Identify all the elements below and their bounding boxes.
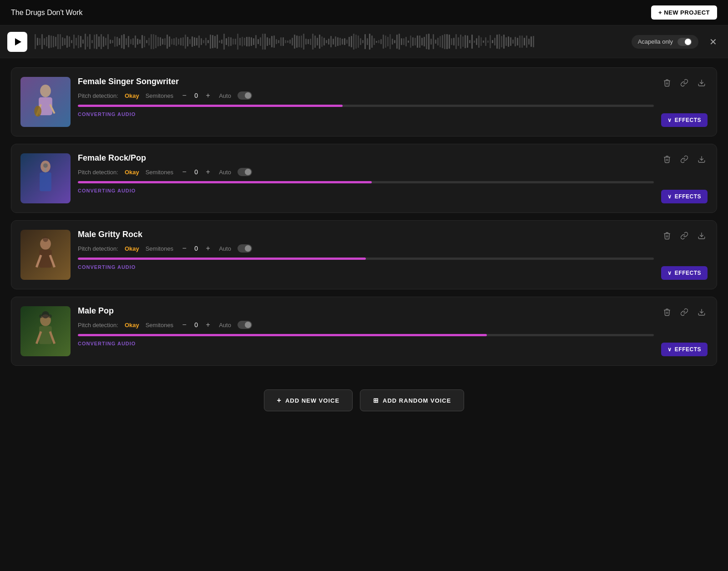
progress-row-male-gritty-rock bbox=[78, 258, 654, 260]
semitone-minus-male-gritty-rock[interactable]: − bbox=[180, 244, 189, 253]
waveform-bar-item bbox=[321, 36, 323, 46]
converting-label-female-singer-songwriter: CONVERTING AUDIO bbox=[78, 111, 654, 117]
voice-thumbnail-image-male-pop bbox=[28, 311, 63, 356]
waveform-bar-item bbox=[107, 34, 109, 49]
link-icon bbox=[680, 232, 688, 240]
waveform-bar-item bbox=[167, 35, 168, 48]
add-random-voice-button[interactable]: ⊞ ADD RANDOM VOICE bbox=[360, 389, 464, 411]
waveform-bar-item bbox=[294, 35, 295, 49]
close-button[interactable]: ✕ bbox=[706, 35, 721, 49]
link-button-male-pop[interactable] bbox=[678, 306, 690, 318]
delete-button-female-rock-pop[interactable] bbox=[661, 153, 673, 165]
waveform-bar-item bbox=[510, 37, 511, 46]
waveform-bar-item bbox=[62, 37, 63, 46]
auto-toggle-male-pop[interactable] bbox=[238, 321, 252, 329]
waveform-bar-item bbox=[380, 39, 382, 44]
waveform-bar-item bbox=[98, 36, 100, 47]
download-button-female-singer-songwriter[interactable] bbox=[696, 77, 708, 89]
download-button-male-gritty-rock[interactable] bbox=[696, 230, 708, 242]
card-actions-female-singer-songwriter: ∨ EFFECTS bbox=[661, 77, 708, 127]
effects-chevron-icon: ∨ bbox=[667, 117, 672, 123]
delete-button-female-singer-songwriter[interactable] bbox=[661, 77, 673, 89]
waveform-bar-item bbox=[312, 34, 313, 50]
auto-toggle-male-gritty-rock[interactable] bbox=[238, 244, 252, 253]
link-icon bbox=[680, 308, 688, 316]
link-button-male-gritty-rock[interactable] bbox=[678, 230, 690, 242]
bottom-actions: + ADD NEW VOICE ⊞ ADD RANDOM VOICE bbox=[0, 375, 728, 426]
new-project-button[interactable]: + NEW PROJECT bbox=[651, 5, 717, 20]
waveform-bar-item bbox=[219, 40, 220, 42]
download-button-female-rock-pop[interactable] bbox=[696, 153, 708, 165]
link-button-female-singer-songwriter[interactable] bbox=[678, 77, 690, 89]
pitch-detection-label-male-pop: Pitch detection: bbox=[78, 322, 118, 328]
waveform-bar-item bbox=[69, 36, 70, 47]
waveform-bar-item bbox=[112, 40, 113, 43]
play-button[interactable] bbox=[7, 32, 27, 52]
svg-point-15 bbox=[43, 237, 48, 242]
effects-button-female-singer-songwriter[interactable]: ∨ EFFECTS bbox=[661, 113, 708, 127]
link-button-female-rock-pop[interactable] bbox=[678, 153, 690, 165]
semitone-value-female-rock-pop: 0 bbox=[192, 168, 200, 176]
waveform-bar-item bbox=[408, 40, 409, 42]
effects-button-male-gritty-rock[interactable]: ∨ EFFECTS bbox=[661, 266, 708, 280]
waveform-bar-item bbox=[496, 35, 498, 49]
waveform-bar-item bbox=[503, 35, 505, 48]
acapella-toggle[interactable] bbox=[677, 38, 692, 46]
card-inner-male-gritty-rock: Male Gritty Rock Pitch detection: Okay S… bbox=[20, 230, 708, 280]
acapella-toggle-container: Acapella only bbox=[632, 35, 698, 49]
waveform-bar-item bbox=[198, 35, 200, 47]
semitone-plus-male-gritty-rock[interactable]: + bbox=[203, 244, 212, 253]
progress-fill-male-pop bbox=[78, 334, 487, 336]
waveform-bar-item bbox=[460, 35, 461, 49]
waveform-bar-item bbox=[446, 34, 448, 50]
auto-toggle-female-rock-pop[interactable] bbox=[238, 168, 252, 176]
waveform-bar-item bbox=[524, 38, 525, 45]
waveform-bar-item bbox=[48, 35, 50, 48]
random-icon: ⊞ bbox=[373, 397, 379, 404]
semitone-control-female-rock-pop: − 0 + bbox=[180, 167, 212, 177]
pitch-row-male-gritty-rock: Pitch detection: Okay Semitones − 0 + Au… bbox=[78, 244, 654, 253]
waveform-bar-item bbox=[317, 38, 318, 45]
effects-label: EFFECTS bbox=[675, 193, 701, 200]
semitone-plus-female-singer-songwriter[interactable]: + bbox=[203, 91, 212, 100]
waveform-bar-item bbox=[226, 38, 227, 45]
download-button-male-pop[interactable] bbox=[696, 306, 708, 318]
auto-toggle-female-singer-songwriter[interactable] bbox=[238, 91, 252, 100]
semitone-minus-male-pop[interactable]: − bbox=[180, 320, 189, 329]
download-icon bbox=[698, 232, 706, 240]
waveform-bar-item bbox=[153, 34, 154, 50]
waveform-bar-item bbox=[207, 40, 209, 44]
waveform-bar-item bbox=[253, 38, 254, 45]
waveform-bar-item bbox=[289, 40, 291, 44]
waveform-bar-item bbox=[435, 40, 436, 44]
waveform-bar-item bbox=[389, 34, 391, 49]
progress-row-female-singer-songwriter bbox=[78, 105, 654, 107]
waveform-bar-item bbox=[55, 37, 56, 46]
waveform-bar-item bbox=[53, 36, 54, 47]
waveform-bar-item bbox=[244, 38, 245, 46]
delete-button-male-pop[interactable] bbox=[661, 306, 673, 318]
waveform-bar-item bbox=[376, 41, 377, 43]
waveform-bar-item bbox=[301, 35, 302, 48]
waveform-bar-item bbox=[103, 36, 104, 47]
waveform-bar-item bbox=[474, 40, 475, 43]
waveform-bar-item bbox=[483, 40, 484, 43]
semitone-minus-female-singer-songwriter[interactable]: − bbox=[180, 91, 189, 100]
progress-fill-female-rock-pop bbox=[78, 181, 372, 183]
trash-icon bbox=[663, 308, 671, 316]
waveform-bar-item bbox=[212, 35, 213, 48]
effects-button-female-rock-pop[interactable]: ∨ EFFECTS bbox=[661, 190, 708, 203]
waveform-bar-item bbox=[176, 37, 177, 46]
semitone-minus-female-rock-pop[interactable]: − bbox=[180, 167, 189, 177]
card-main-female-singer-songwriter: Female Singer Songwriter Pitch detection… bbox=[78, 77, 654, 127]
waveform-bar-item bbox=[264, 34, 266, 50]
add-new-voice-button[interactable]: + ADD NEW VOICE bbox=[264, 389, 353, 411]
semitone-plus-female-rock-pop[interactable]: + bbox=[203, 167, 212, 177]
waveform-bar-item bbox=[344, 38, 345, 45]
progress-row-male-pop bbox=[78, 334, 654, 336]
waveform-bar-item bbox=[394, 40, 395, 43]
effects-button-male-pop[interactable]: ∨ EFFECTS bbox=[661, 343, 708, 356]
delete-button-male-gritty-rock[interactable] bbox=[661, 230, 673, 242]
waveform-bar-item bbox=[305, 39, 307, 44]
semitone-plus-male-pop[interactable]: + bbox=[203, 320, 212, 329]
